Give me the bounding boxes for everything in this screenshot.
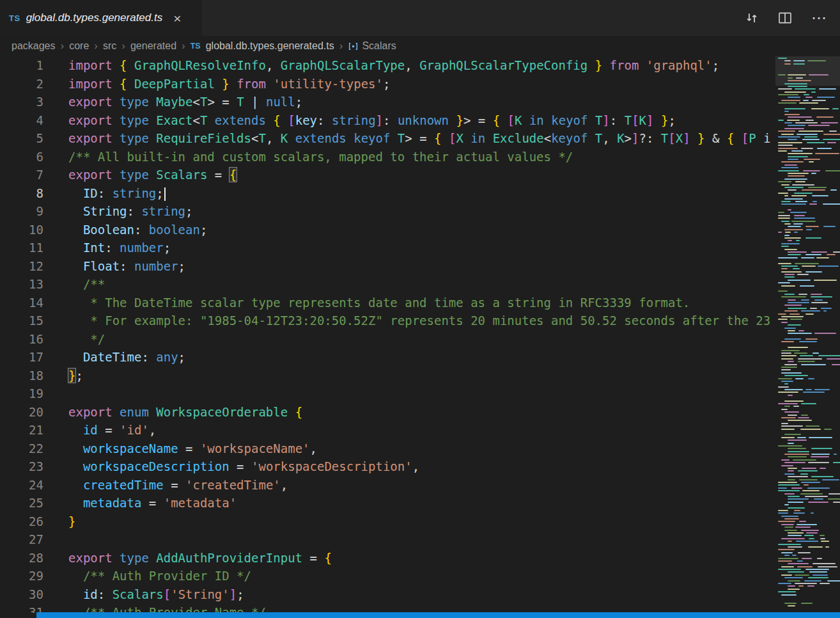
code-line[interactable]: /** All built-in and custom scalars, map… [68, 148, 840, 166]
line-number[interactable]: 9 [0, 202, 43, 221]
breadcrumb-item-src[interactable]: src [103, 40, 116, 52]
code-line[interactable]: import { GraphQLResolveInfo, GraphQLScal… [68, 56, 840, 75]
code-line[interactable]: * The DateTime scalar type represents da… [68, 294, 840, 312]
line-number[interactable]: 5 [0, 129, 43, 148]
code-line[interactable]: * For example: "1985-04-12T23:20:50.52Z"… [68, 312, 840, 330]
code-line[interactable]: export type RequireFields<T, K extends k… [68, 129, 840, 148]
code-line[interactable]: */ [68, 330, 840, 349]
code-line[interactable]: id: Scalars['String']; [68, 585, 840, 604]
code-line[interactable]: export type Maybe<T> = T | null; [68, 93, 840, 111]
line-number[interactable]: 11 [0, 239, 43, 257]
code-line[interactable]: String: string; [68, 202, 840, 221]
minimap-slider[interactable] [775, 56, 840, 86]
line-number[interactable]: 14 [0, 294, 43, 312]
code-line[interactable]: export type Exact<T extends { [key: stri… [68, 111, 840, 130]
tab-bar: TS global.db.types.generated.ts × ⋯ [0, 0, 840, 36]
line-number[interactable]: 18 [0, 367, 43, 385]
line-number[interactable]: 1 [0, 56, 43, 75]
line-number[interactable]: 23 [0, 457, 43, 476]
breadcrumb-separator: › [182, 40, 185, 52]
code-line[interactable]: workspaceName = 'workspaceName', [68, 440, 840, 458]
code-line[interactable]: export type AddAuthProviderInput = { [68, 549, 840, 567]
code-line[interactable] [68, 384, 840, 403]
open-changes-icon[interactable] [745, 11, 759, 25]
code-line[interactable] [68, 530, 840, 549]
tab-title: global.db.types.generated.ts [26, 12, 163, 24]
line-number[interactable]: 13 [0, 275, 43, 294]
breadcrumb-item-symbol[interactable]: Scalars [348, 40, 396, 52]
code-line[interactable]: export type Scalars = { [68, 166, 840, 184]
line-number[interactable]: 15 [0, 312, 43, 330]
line-number[interactable]: 6 [0, 148, 43, 166]
code-line[interactable]: DateTime: any; [68, 348, 840, 367]
line-number[interactable]: 21 [0, 421, 43, 440]
breadcrumb-separator: › [94, 40, 98, 52]
breadcrumb-item-generated[interactable]: generated [130, 40, 176, 52]
typescript-file-icon: TS [9, 13, 20, 23]
line-number[interactable]: 31 [0, 603, 43, 613]
split-editor-icon[interactable] [778, 11, 792, 25]
tab-close-icon[interactable]: × [171, 10, 183, 26]
line-number[interactable]: 19 [0, 384, 43, 403]
code-line[interactable]: Float: number; [68, 257, 840, 276]
more-actions-icon[interactable]: ⋯ [811, 14, 827, 22]
line-number[interactable]: 10 [0, 221, 43, 239]
code-line[interactable]: id = 'id', [68, 421, 840, 440]
line-number[interactable]: 16 [0, 330, 43, 349]
breadcrumb-item-file[interactable]: global.db.types.generated.ts [206, 40, 334, 52]
line-number[interactable]: 24 [0, 476, 43, 495]
line-number[interactable]: 27 [0, 530, 43, 549]
code-line[interactable]: workspaceDescription = 'workspaceDescrip… [68, 457, 840, 476]
code-line[interactable]: Boolean: boolean; [68, 221, 840, 239]
code-line[interactable]: export enum WorkspaceOrderable { [68, 403, 840, 422]
code-line[interactable]: Int: number; [68, 239, 840, 257]
symbol-variable-icon [348, 41, 359, 52]
line-number[interactable]: 22 [0, 440, 43, 458]
typescript-file-icon: TS [191, 42, 201, 51]
tab-global-db-types[interactable]: TS global.db.types.generated.ts × [0, 0, 202, 36]
line-number[interactable]: 20 [0, 403, 43, 422]
line-number[interactable]: 4 [0, 111, 43, 130]
breadcrumb-separator: › [61, 40, 65, 52]
line-number[interactable]: 2 [0, 75, 43, 93]
status-bar [36, 612, 840, 618]
code-line[interactable]: import { DeepPartial } from 'utility-typ… [68, 75, 840, 93]
line-number[interactable]: 28 [0, 549, 43, 567]
line-number[interactable]: 29 [0, 567, 43, 585]
line-number[interactable]: 3 [0, 93, 43, 111]
code-line[interactable]: }; [68, 367, 840, 385]
line-number[interactable]: 26 [0, 512, 43, 531]
minimap-content [777, 58, 840, 608]
breadcrumb-separator: › [339, 40, 343, 52]
line-number[interactable]: 30 [0, 585, 43, 604]
line-number[interactable]: 7 [0, 166, 43, 184]
breadcrumb-item-packages[interactable]: packages [12, 40, 56, 52]
line-number[interactable]: 12 [0, 257, 43, 276]
minimap[interactable] [775, 56, 840, 613]
editor: 1234567891011121314151617181920212223242… [0, 56, 840, 613]
editor-actions: ⋯ [745, 0, 840, 36]
code-lines[interactable]: import { GraphQLResolveInfo, GraphQLScal… [58, 56, 840, 613]
line-number[interactable]: 25 [0, 494, 43, 512]
breadcrumb-item-core[interactable]: core [69, 40, 89, 52]
breadcrumb-symbol-label: Scalars [362, 40, 396, 52]
code-line[interactable]: /** [68, 275, 840, 294]
code-line[interactable]: createdTime = 'createdTime', [68, 476, 840, 495]
breadcrumb-separator: › [121, 40, 125, 52]
code-line[interactable]: metadata = 'metadata' [68, 494, 840, 512]
text-cursor [164, 187, 166, 201]
code-line[interactable]: ID: string; [68, 184, 840, 203]
code-line[interactable]: /** Auth Provider ID */ [68, 567, 840, 585]
line-number[interactable]: 8 [0, 184, 43, 203]
line-number[interactable]: 17 [0, 348, 43, 367]
code-line[interactable]: /** Auth Provider Name */ [68, 603, 840, 613]
gutter: 1234567891011121314151617181920212223242… [0, 56, 58, 613]
breadcrumb: packages › core › src › generated › TS g… [0, 36, 840, 56]
code-line[interactable]: } [68, 512, 840, 531]
